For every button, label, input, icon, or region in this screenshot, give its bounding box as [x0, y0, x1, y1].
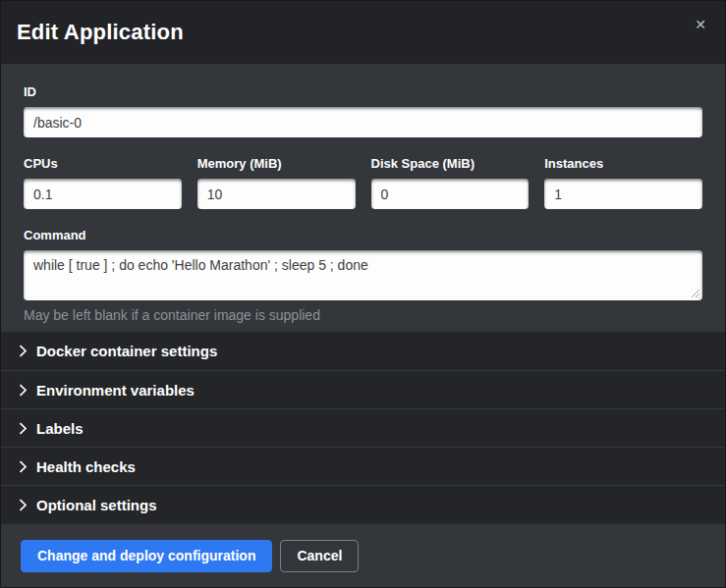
disk-label: Disk Space (MiB)	[371, 156, 530, 171]
section-labels[interactable]: Labels	[1, 408, 725, 447]
command-textarea-wrap: while [ true ] ; do echo 'Hello Marathon…	[24, 250, 702, 300]
section-label: Health checks	[36, 458, 136, 475]
command-field-group: Command while [ true ] ; do echo 'Hello …	[24, 228, 702, 323]
section-label: Labels	[36, 420, 84, 437]
instances-field-group: Instances	[544, 156, 702, 209]
section-label: Docker container settings	[36, 343, 217, 359]
disk-input[interactable]	[371, 179, 530, 209]
chevron-right-icon	[19, 384, 28, 397]
section-label: Optional settings	[36, 497, 157, 513]
application-form: ID CPUs Memory (MiB) Disk Space (MiB) In…	[1, 64, 725, 332]
resources-row: CPUs Memory (MiB) Disk Space (MiB) Insta…	[24, 156, 702, 209]
chevron-right-icon	[19, 499, 28, 511]
chevron-right-icon	[19, 345, 28, 357]
chevron-right-icon	[19, 460, 28, 473]
edit-application-modal: Edit Application ✕ ID CPUs Memory (MiB) …	[0, 0, 726, 588]
change-and-deploy-button[interactable]: Change and deploy configuration	[21, 540, 272, 572]
resize-handle-icon[interactable]	[691, 289, 700, 298]
cancel-button[interactable]: Cancel	[280, 540, 359, 572]
section-docker-container-settings[interactable]: Docker container settings	[1, 332, 725, 370]
memory-input[interactable]	[197, 179, 356, 209]
cpus-input[interactable]	[24, 179, 182, 209]
disk-field-group: Disk Space (MiB)	[371, 156, 530, 209]
modal-title: Edit Application	[17, 20, 184, 45]
command-textarea[interactable]: while [ true ] ; do echo 'Hello Marathon…	[24, 250, 702, 300]
section-environment-variables[interactable]: Environment variables	[1, 370, 725, 408]
modal-footer: Change and deploy configuration Cancel	[1, 524, 725, 587]
instances-input[interactable]	[544, 179, 702, 209]
cpus-label: CPUs	[24, 156, 182, 171]
close-icon[interactable]: ✕	[691, 15, 710, 34]
cpus-field-group: CPUs	[24, 156, 182, 209]
modal-header: Edit Application ✕	[1, 1, 725, 64]
chevron-right-icon	[19, 422, 28, 435]
instances-label: Instances	[544, 156, 702, 171]
section-label: Environment variables	[36, 382, 195, 399]
id-label: ID	[24, 84, 702, 99]
section-health-checks[interactable]: Health checks	[1, 447, 725, 485]
section-optional-settings[interactable]: Optional settings	[1, 485, 725, 523]
collapsible-sections: Docker container settings Environment va…	[1, 332, 725, 524]
id-field-group: ID	[24, 84, 702, 137]
memory-field-group: Memory (MiB)	[197, 156, 356, 209]
id-input[interactable]	[24, 107, 702, 137]
memory-label: Memory (MiB)	[197, 156, 356, 171]
command-label: Command	[24, 228, 702, 242]
command-help-text: May be left blank if a container image i…	[24, 307, 702, 323]
